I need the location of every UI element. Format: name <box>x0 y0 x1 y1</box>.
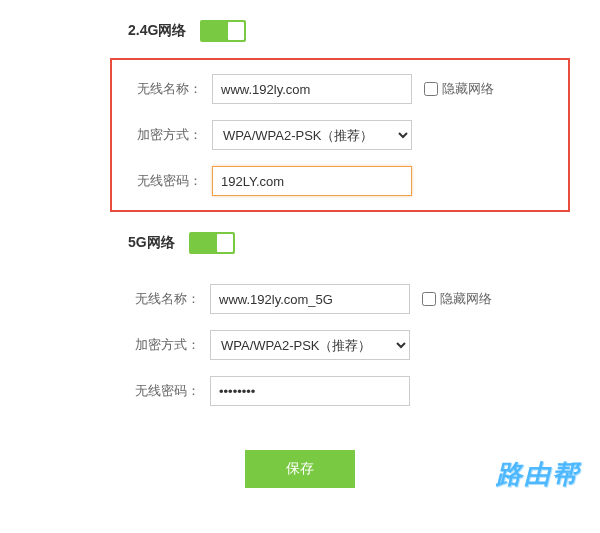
form-24g: 无线名称： 隐藏网络 加密方式： WPA/WPA2-PSK（推荐） 无线密码： <box>110 58 570 212</box>
section-title-24g: 2.4G网络 <box>128 22 186 40</box>
ssid-label-5g: 无线名称： <box>110 290 210 308</box>
ssid-input-5g[interactable] <box>210 284 410 314</box>
section-title-5g: 5G网络 <box>128 234 175 252</box>
enc-select-5g[interactable]: WPA/WPA2-PSK（推荐） <box>210 330 410 360</box>
form-5g: 无线名称： 隐藏网络 加密方式： WPA/WPA2-PSK（推荐） 无线密码： <box>0 270 600 420</box>
pwd-label-5g: 无线密码： <box>110 382 210 400</box>
toggle-5g[interactable] <box>189 232 235 254</box>
watermark: 路由帮 <box>496 457 580 492</box>
ssid-label-24g: 无线名称： <box>112 80 212 98</box>
pwd-input-24g[interactable] <box>212 166 412 196</box>
hide-label-24g: 隐藏网络 <box>442 80 494 98</box>
hide-checkbox-24g[interactable] <box>424 82 438 96</box>
ssid-input-24g[interactable] <box>212 74 412 104</box>
save-button[interactable]: 保存 <box>245 450 355 488</box>
hide-network-5g[interactable]: 隐藏网络 <box>422 290 492 308</box>
toggle-24g[interactable] <box>200 20 246 42</box>
enc-label-24g: 加密方式： <box>112 126 212 144</box>
enc-label-5g: 加密方式： <box>110 336 210 354</box>
hide-label-5g: 隐藏网络 <box>440 290 492 308</box>
pwd-label-24g: 无线密码： <box>112 172 212 190</box>
pwd-input-5g[interactable] <box>210 376 410 406</box>
hide-network-24g[interactable]: 隐藏网络 <box>424 80 494 98</box>
enc-select-24g[interactable]: WPA/WPA2-PSK（推荐） <box>212 120 412 150</box>
hide-checkbox-5g[interactable] <box>422 292 436 306</box>
